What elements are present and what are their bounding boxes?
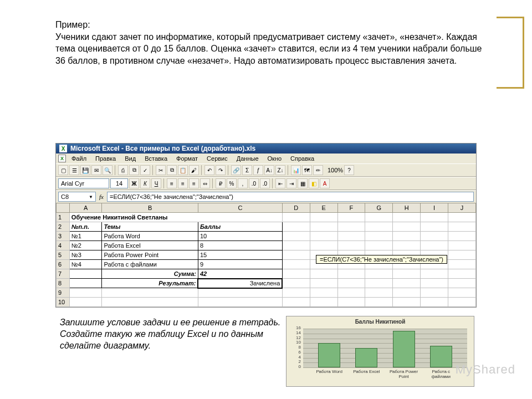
cell[interactable]: Темы	[102, 222, 198, 232]
spell-icon[interactable]: ✓	[140, 165, 150, 175]
cell[interactable]	[198, 288, 282, 298]
open-icon[interactable]: ☰	[69, 165, 79, 175]
redo-icon[interactable]: ↷	[216, 165, 226, 175]
cell[interactable]	[282, 279, 310, 288]
row-header[interactable]: 2	[57, 222, 70, 232]
align-right-icon[interactable]: ≡	[189, 178, 199, 188]
menu-view[interactable]: Вид	[121, 155, 139, 162]
cell[interactable]	[102, 298, 198, 307]
dec-inc-icon[interactable]: .0	[249, 178, 259, 188]
row-header[interactable]: 9	[57, 288, 70, 298]
font-name-field[interactable]	[58, 178, 109, 188]
underline-icon[interactable]: Ч	[151, 178, 161, 188]
cell[interactable]: 42	[198, 269, 282, 279]
cut-icon[interactable]: ✂	[156, 165, 166, 175]
save-icon[interactable]: 💾	[80, 165, 90, 175]
cell[interactable]	[421, 222, 448, 232]
cell[interactable]	[393, 298, 421, 307]
formula-input[interactable]: =ЕСЛИ(C7<36;"Не зачислена";"Зачислена")	[107, 192, 474, 202]
cell[interactable]	[448, 250, 476, 260]
cell[interactable]	[448, 241, 476, 250]
cell[interactable]: Сумма:	[102, 269, 198, 279]
col-header-G[interactable]: G	[365, 203, 393, 213]
cell[interactable]	[365, 298, 393, 307]
mail-icon[interactable]: ✉	[91, 165, 101, 175]
italic-icon[interactable]: К	[140, 178, 150, 188]
cell[interactable]	[421, 288, 448, 298]
cell[interactable]	[69, 279, 102, 288]
cell[interactable]	[421, 241, 448, 250]
cell[interactable]	[310, 279, 337, 288]
help-icon[interactable]: ?	[344, 165, 354, 175]
cell[interactable]	[393, 288, 421, 298]
fn-icon[interactable]: ƒ	[253, 165, 263, 175]
cell[interactable]	[365, 269, 393, 279]
menu-format[interactable]: Формат	[173, 155, 201, 162]
cell[interactable]	[310, 298, 337, 307]
fill-color-icon[interactable]: ◧	[309, 178, 319, 188]
cell[interactable]	[337, 241, 365, 250]
cell[interactable]	[69, 269, 102, 279]
bold-icon[interactable]: Ж	[129, 178, 139, 188]
align-center-icon[interactable]: ≡	[178, 178, 188, 188]
menu-insert[interactable]: Вставка	[141, 155, 171, 162]
cell[interactable]	[337, 269, 365, 279]
cell[interactable]	[282, 298, 310, 307]
cell[interactable]	[282, 288, 310, 298]
name-box-dropdown-icon[interactable]: ▼	[89, 195, 93, 200]
cell[interactable]	[337, 298, 365, 307]
borders-icon[interactable]: ▦	[298, 178, 308, 188]
cell[interactable]	[282, 260, 310, 269]
name-box[interactable]: C8 ▼	[58, 192, 96, 202]
row-header[interactable]: 5	[57, 250, 70, 260]
row-header[interactable]: 6	[57, 260, 70, 269]
map-icon[interactable]: 🗺	[302, 165, 312, 175]
cell[interactable]	[102, 288, 198, 298]
cell[interactable]	[365, 222, 393, 232]
col-header-B[interactable]: B	[102, 203, 198, 213]
row-header[interactable]: 10	[57, 298, 70, 307]
cell[interactable]	[310, 232, 337, 241]
cell[interactable]	[69, 288, 102, 298]
menu-file[interactable]: Файл	[68, 155, 90, 162]
cell[interactable]: 15	[198, 250, 282, 260]
row-header[interactable]: 4	[57, 241, 70, 250]
row-header[interactable]: 8	[57, 279, 70, 288]
sort-desc-icon[interactable]: Z↓	[275, 165, 285, 175]
cell[interactable]: Баллы	[198, 222, 282, 232]
row-header[interactable]: 7	[57, 269, 70, 279]
col-header-C[interactable]: C	[198, 203, 282, 213]
cell[interactable]	[282, 269, 310, 279]
cell[interactable]: 9	[198, 260, 282, 269]
cell[interactable]: №1	[69, 232, 102, 241]
cell[interactable]: 8	[198, 241, 282, 250]
cell[interactable]	[365, 213, 393, 222]
cell[interactable]: Зачислена	[198, 279, 282, 288]
cell[interactable]	[421, 232, 448, 241]
cell[interactable]: Работа Word	[102, 232, 198, 241]
menu-tools[interactable]: Сервис	[203, 155, 231, 162]
print-icon[interactable]: ⎙	[118, 165, 128, 175]
merge-icon[interactable]: ⇔	[200, 178, 210, 188]
col-header-I[interactable]: I	[421, 203, 448, 213]
zoom-value[interactable]: 100%	[328, 167, 343, 173]
paste-icon[interactable]: 📋	[178, 165, 188, 175]
corner-cell[interactable]	[57, 203, 70, 213]
indent-more-icon[interactable]: ⇥	[287, 178, 296, 188]
cell[interactable]: Работа Excel	[102, 241, 198, 250]
align-left-icon[interactable]: ≡	[167, 178, 177, 188]
col-header-A[interactable]: A	[69, 203, 102, 213]
undo-icon[interactable]: ↶	[204, 165, 214, 175]
cell[interactable]	[448, 222, 476, 232]
sort-asc-icon[interactable]: A↓	[264, 165, 274, 175]
menu-window[interactable]: Окно	[264, 155, 285, 162]
cell[interactable]: №п.п.	[69, 222, 102, 232]
cell[interactable]: 10	[198, 232, 282, 241]
cell[interactable]	[69, 298, 102, 307]
menu-data[interactable]: Данные	[233, 155, 262, 162]
col-header-D[interactable]: D	[282, 203, 310, 213]
cell[interactable]	[282, 222, 310, 232]
cell[interactable]	[337, 222, 365, 232]
cell[interactable]	[393, 213, 421, 222]
cell[interactable]	[282, 250, 310, 260]
